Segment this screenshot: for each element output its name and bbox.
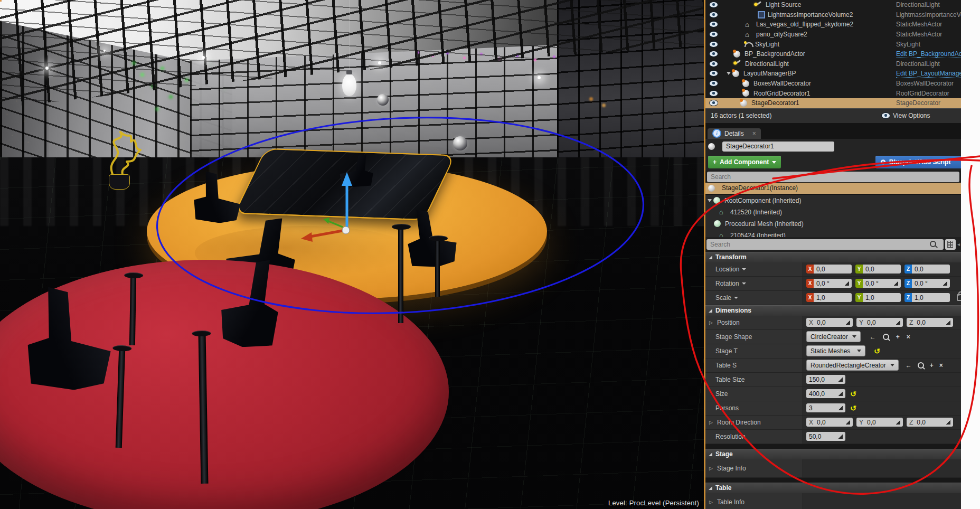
- room-direction-x-field[interactable]: X0,0: [806, 418, 853, 427]
- outliner-row[interactable]: ⌂ Las_vegas_old_flipped_skydome2 StaticM…: [705, 20, 961, 30]
- property-label[interactable]: Resolution: [705, 430, 803, 444]
- location-x-field[interactable]: X0,0: [806, 265, 852, 274]
- stage-shape-dropdown[interactable]: CircleCreator: [806, 331, 861, 342]
- visibility-eye-icon[interactable]: [710, 32, 718, 37]
- reset-to-default-icon[interactable]: ↺: [850, 404, 856, 412]
- component-row[interactable]: ⌂ 412520 (Inherited): [705, 206, 961, 218]
- reset-to-default-icon[interactable]: ↺: [850, 390, 856, 398]
- blueprint-add-script-button[interactable]: ⚙ Blueprint/Add Script: [875, 156, 961, 168]
- spinner-icon[interactable]: [838, 391, 843, 396]
- edit-blueprint-link[interactable]: Edit BP_BackgroundActor: [896, 50, 961, 58]
- outliner-row[interactable]: DirectionalLight DirectionalLight: [705, 59, 961, 69]
- outliner-row[interactable]: LayoutManagerBP Edit BP_LayoutManagerBP: [705, 69, 961, 79]
- tab-details[interactable]: i Details ×: [708, 128, 761, 139]
- persons-field[interactable]: 3: [806, 403, 845, 412]
- spinner-icon[interactable]: [946, 320, 950, 325]
- clear-icon[interactable]: ×: [907, 333, 910, 341]
- position-z-field[interactable]: Z0,0: [907, 318, 953, 327]
- table-s-dropdown[interactable]: RoundedRectangleCreator: [806, 360, 899, 371]
- instance-row[interactable]: StageDecorator1(Instance): [705, 183, 961, 194]
- outliner-row[interactable]: LightmassImportanceVolume2 LightmassImpo…: [705, 10, 961, 20]
- splitter-icon[interactable]: ◂: [957, 241, 960, 247]
- outliner-row[interactable]: SkyLight SkyLight: [705, 39, 961, 49]
- lock-icon[interactable]: [957, 294, 961, 301]
- property-label[interactable]: Table S: [705, 359, 803, 372]
- property-matrix-button[interactable]: [945, 239, 956, 250]
- spinner-icon[interactable]: [838, 406, 843, 410]
- visibility-eye-icon[interactable]: [710, 61, 718, 67]
- location-z-field[interactable]: Z0,0: [904, 265, 950, 274]
- browse-icon[interactable]: [918, 362, 924, 369]
- spinner-icon[interactable]: [946, 420, 950, 425]
- add-component-button[interactable]: + Add Component: [708, 156, 781, 168]
- room-direction-z-field[interactable]: Z0,0: [907, 418, 953, 427]
- spinner-icon[interactable]: [844, 281, 849, 286]
- actor-name-field[interactable]: StageDecorator1: [722, 142, 834, 152]
- pole-table[interactable]: [129, 276, 136, 345]
- expander-arrow-icon[interactable]: [708, 199, 712, 202]
- visibility-eye-icon[interactable]: [710, 100, 718, 106]
- stage-t-dropdown[interactable]: Static Meshes: [806, 345, 865, 356]
- property-label[interactable]: ▷ Stage Info: [705, 459, 803, 477]
- expand-right-icon[interactable]: ▷: [709, 466, 713, 471]
- pole-table[interactable]: [435, 239, 440, 297]
- visibility-eye-icon[interactable]: [710, 42, 718, 47]
- property-label[interactable]: Size: [705, 387, 803, 401]
- property-label[interactable]: Stage T: [705, 344, 803, 358]
- spinner-icon[interactable]: [838, 377, 843, 382]
- pole-table[interactable]: [398, 227, 403, 323]
- visibility-eye-icon[interactable]: [710, 71, 718, 76]
- size-field[interactable]: 400,0: [806, 389, 845, 398]
- close-tab-icon[interactable]: ×: [752, 130, 756, 137]
- add-icon[interactable]: +: [896, 333, 900, 341]
- section-header-dimensions[interactable]: Dimensions: [705, 305, 961, 316]
- expand-right-icon[interactable]: ▷: [709, 499, 713, 505]
- section-header-transform[interactable]: Transform: [705, 252, 961, 262]
- rotation-y-field[interactable]: Y0,0 °: [855, 279, 901, 288]
- component-search-input[interactable]: Search: [707, 172, 959, 182]
- spinner-icon[interactable]: [893, 281, 898, 286]
- property-label[interactable]: Scale: [705, 291, 803, 305]
- add-icon[interactable]: +: [930, 362, 934, 369]
- reset-to-default-icon[interactable]: ↺: [874, 347, 880, 355]
- use-selected-icon[interactable]: ←: [906, 362, 912, 369]
- location-y-field[interactable]: Y0,0: [855, 265, 901, 274]
- property-label[interactable]: Persons: [705, 401, 803, 415]
- edit-blueprint-link[interactable]: Edit BP_LayoutManagerBP: [896, 70, 961, 78]
- spinner-icon[interactable]: [896, 320, 900, 325]
- property-label[interactable]: ▷ Table Info: [705, 493, 803, 509]
- component-row-clipped[interactable]: ⌂ 2105424 (Inherited): [705, 230, 961, 237]
- room-direction-y-field[interactable]: Y0,0: [856, 418, 903, 427]
- view-options-button[interactable]: View Options: [882, 112, 930, 119]
- property-label[interactable]: Location: [705, 262, 803, 276]
- visibility-eye-icon[interactable]: [710, 2, 718, 7]
- rotation-z-field[interactable]: Z0,0 °: [904, 279, 950, 288]
- outliner-row[interactable]: BoxesWallDecorator BoxesWallDecorator: [705, 79, 961, 89]
- scale-x-field[interactable]: X1,0: [806, 293, 852, 302]
- spinner-icon[interactable]: [896, 420, 900, 425]
- property-label[interactable]: ▷ Room Direction: [705, 416, 803, 429]
- table-size-field[interactable]: 150,0: [806, 375, 845, 384]
- position-y-field[interactable]: Y0,0: [856, 318, 903, 327]
- spinner-icon[interactable]: [845, 320, 850, 325]
- component-row[interactable]: Procedural Mesh (Inherited): [705, 218, 961, 230]
- property-label[interactable]: Table Size: [705, 373, 803, 387]
- scale-y-field[interactable]: Y1,0: [855, 293, 901, 302]
- resolution-field[interactable]: 50,0: [806, 432, 845, 441]
- expand-right-icon[interactable]: ▷: [709, 420, 713, 425]
- visibility-eye-icon[interactable]: [710, 51, 718, 56]
- visibility-eye-icon[interactable]: [710, 91, 718, 96]
- position-x-field[interactable]: X0,0: [806, 318, 853, 327]
- outliner-row-selected[interactable]: StageDecorator1 StageDecorator: [705, 98, 961, 108]
- spinner-icon[interactable]: [838, 434, 843, 439]
- property-label[interactable]: Stage Shape: [705, 330, 803, 344]
- section-header-stage[interactable]: Stage: [705, 449, 961, 459]
- outliner-row[interactable]: ⌂ pano_citySquare2 StaticMeshActor: [705, 30, 961, 40]
- visibility-eye-icon[interactable]: [710, 22, 718, 27]
- use-selected-icon[interactable]: ←: [870, 333, 876, 341]
- 3d-viewport[interactable]: Level: ProcLevel (Persistent): [0, 0, 705, 509]
- component-row[interactable]: RootComponent (Inherited): [705, 195, 961, 206]
- expander-arrow-icon[interactable]: [727, 72, 731, 75]
- property-search-input[interactable]: Search: [706, 239, 944, 250]
- scale-z-field[interactable]: Z1,0: [904, 293, 950, 302]
